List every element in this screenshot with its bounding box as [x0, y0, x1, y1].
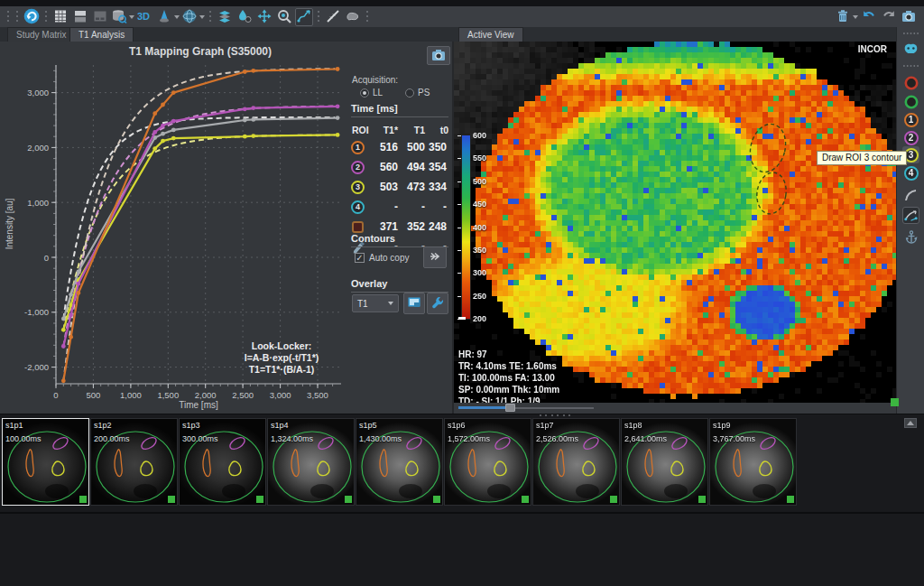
app-window: 3D Study Matrix T1 Analysis Active View …: [0, 0, 924, 586]
auto-copy-label: Auto copy: [369, 253, 409, 263]
t0-value: 248: [429, 220, 450, 233]
toolbar-button-study-matrix[interactable]: [51, 8, 69, 26]
t1star-value: -: [371, 200, 402, 213]
colorbar-tick: [457, 181, 461, 182]
t0-value: -: [429, 200, 450, 213]
toolbar-button-globe[interactable]: [181, 8, 205, 26]
filmstrip-thumbnail[interactable]: s1p5 1,430.00ms: [356, 418, 443, 506]
arc-tool-icon[interactable]: [902, 187, 919, 204]
scan-info-text: HR: 97 TR: 4.10ms TE: 1.60ms TI: 100.00m…: [458, 349, 559, 403]
t1star-value: 371: [371, 220, 402, 233]
table-row: 1516500350: [349, 137, 452, 157]
toolbar-button-undo[interactable]: [860, 8, 878, 26]
chevron-down-icon[interactable]: [853, 15, 858, 19]
toolbar-button-stack[interactable]: [216, 8, 234, 26]
anchor-tool-icon[interactable]: [902, 228, 919, 246]
radio-ps-icon: [405, 88, 414, 98]
acquisition-ps-radio[interactable]: PS: [405, 88, 430, 98]
thumbnail-contours: [445, 419, 531, 506]
filmstrip-thumbnail[interactable]: s1p8 2,641.00ms: [621, 418, 708, 506]
roi-epi-icon[interactable]: [902, 93, 919, 110]
table-row: 3503473334: [349, 177, 452, 197]
toolbar-button-redo[interactable]: [880, 8, 898, 26]
overlay-settings-button[interactable]: [427, 293, 448, 314]
graph-snapshot-button[interactable]: [427, 46, 450, 65]
angle-tool-icon[interactable]: [902, 207, 919, 224]
tab-active-view[interactable]: Active View: [458, 27, 523, 42]
colorbar-min-marker[interactable]: [458, 317, 466, 320]
toolbar-button-mip[interactable]: [156, 8, 180, 26]
svg-text:-1,000: -1,000: [24, 307, 49, 317]
thumbnail-label: s1p7: [536, 421, 554, 430]
stack-icon: [217, 8, 233, 26]
filmstrip-thumbnail[interactable]: s1p7 2,526.00ms: [532, 418, 620, 506]
toolbar-button-layout[interactable]: [91, 8, 109, 26]
svg-text:2,000: 2,000: [195, 390, 217, 400]
globe-icon: [181, 8, 198, 26]
toolbar-button-delete[interactable]: [835, 8, 858, 26]
layout-icon: [92, 8, 108, 26]
roi-3-icon[interactable]: 3: [351, 181, 365, 194]
wrench-icon: [430, 294, 446, 312]
toolbar-button-droplet[interactable]: [236, 8, 254, 26]
toolbar-button-db-search[interactable]: [111, 8, 134, 26]
roi-2-button[interactable]: 2: [902, 129, 919, 146]
thumbnail-contours: [91, 419, 178, 506]
toolbar-button-series-list[interactable]: [71, 8, 89, 26]
tab-study-matrix[interactable]: Study Matrix: [7, 27, 76, 42]
toolbar-grip: [207, 8, 214, 26]
toolbar-button-3d[interactable]: 3D: [136, 8, 154, 26]
svg-text:Time [ms]: Time [ms]: [179, 400, 218, 410]
filmstrip-thumbnail[interactable]: s1p6 1,572.00ms: [444, 418, 531, 506]
filmstrip-thumbnail[interactable]: s1p1 100.00ms: [2, 418, 89, 506]
curve-tool-icon: [296, 8, 312, 26]
filmstrip-thumbnail[interactable]: s1p4 1,324.00ms: [267, 418, 355, 506]
roi-number: 4: [904, 166, 919, 181]
svg-text:1,000: 1,000: [120, 390, 142, 400]
toolbar-button-ruler[interactable]: [324, 8, 342, 26]
overlay-display-button[interactable]: [403, 293, 425, 314]
roi-4-icon[interactable]: 4: [351, 200, 365, 214]
acquisition-ll-radio[interactable]: LL: [360, 88, 383, 98]
view-status-square: [891, 398, 899, 406]
thumbnail-status-square: [433, 496, 440, 503]
chevron-down-icon[interactable]: [129, 15, 134, 19]
tab-t1-analysis[interactable]: T1 Analysis: [69, 27, 134, 42]
chevron-down-icon[interactable]: [174, 15, 180, 19]
filmstrip-scroll-up-button[interactable]: [904, 418, 917, 428]
copy-contours-button[interactable]: [423, 246, 447, 268]
toolbar-button-freehand[interactable]: [344, 8, 362, 26]
grab-tool-icon[interactable]: [902, 40, 919, 57]
toolbar-button-pan[interactable]: [255, 8, 273, 26]
overlay-type-dropdown[interactable]: T1: [352, 294, 399, 312]
filmstrip-thumbnail[interactable]: s1p9 3,767.00ms: [709, 418, 797, 506]
filmstrip-thumbnail[interactable]: s1p2 200.00ms: [90, 418, 178, 506]
roi-1-button[interactable]: 1: [902, 111, 919, 128]
chevron-down-icon[interactable]: [199, 15, 205, 19]
t1-value: 473: [402, 181, 429, 193]
roi-1-icon[interactable]: 1: [351, 141, 365, 154]
colorbar-tick-label: 200: [473, 314, 486, 323]
toolbar-button-snapshot[interactable]: [900, 8, 918, 26]
auto-copy-checkbox[interactable]: ✓ Auto copy: [355, 253, 409, 263]
delete-icon: [835, 8, 851, 26]
snapshot-icon: [430, 47, 447, 65]
table-header-row: ROIT1*T1t0: [349, 123, 452, 137]
colorbar-tick-label: 600: [473, 131, 486, 140]
toolbar-button-curve-tool[interactable]: [295, 8, 313, 26]
toolbar-grip: [364, 8, 371, 26]
filmstrip-thumbnail[interactable]: s1p3 300.00ms: [179, 418, 266, 506]
toolbar-button-app[interactable]: [23, 8, 41, 26]
roi-2-icon[interactable]: 2: [351, 161, 365, 174]
mean-roi-icon[interactable]: [352, 221, 364, 233]
phase-slider-handle[interactable]: [505, 404, 515, 412]
thumbnail-time: 1,324.00ms: [271, 434, 313, 443]
filmstrip-grip-dots[interactable]: [540, 414, 570, 417]
toolbar-button-zoom[interactable]: [275, 8, 293, 26]
radio-ps-label: PS: [418, 88, 430, 98]
grip-icon: [365, 8, 370, 26]
t1-colorbar: 600550500450400350300250200: [462, 135, 470, 319]
roi-endo-icon[interactable]: [902, 74, 919, 91]
roi-4-button[interactable]: 4: [902, 164, 919, 181]
filmstrip-panel: s1p1 100.00ms s1p2 200.00ms: [0, 414, 924, 586]
